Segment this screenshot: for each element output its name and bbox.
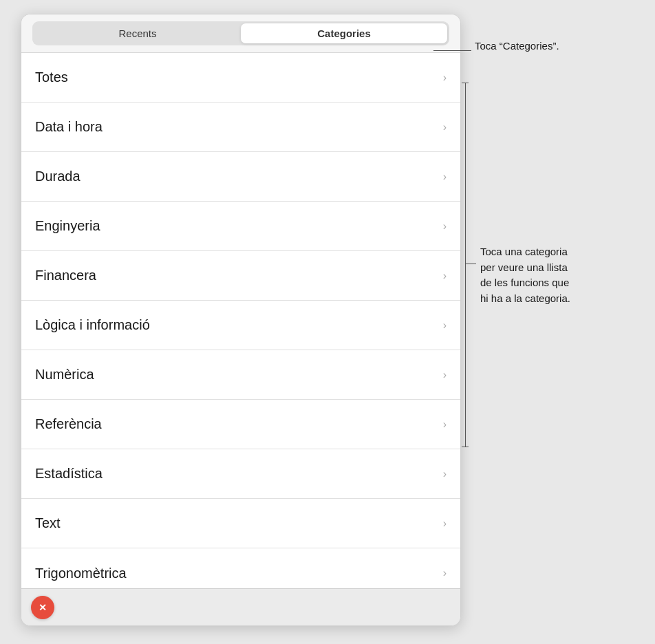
chevron-right-icon: › (443, 369, 447, 381)
list-item[interactable]: Estadística› (21, 449, 460, 499)
annotation-area: Toca “Categories”. Toca una categoria pe… (468, 14, 647, 626)
category-label: Durada (35, 169, 80, 184)
list-item[interactable]: Referència› (21, 400, 460, 449)
annotation-right-hline (465, 264, 476, 264)
annotation-top-text: Toca “Categories”. (475, 40, 559, 52)
close-icon: ✕ (39, 602, 47, 613)
chevron-right-icon: › (443, 468, 447, 480)
annotation-right-vline (465, 83, 466, 447)
chevron-right-icon: › (443, 220, 447, 233)
list-item[interactable]: Enginyeria› (21, 202, 460, 251)
chevron-right-icon: › (443, 567, 447, 579)
list-item[interactable]: Durada› (21, 152, 460, 202)
list-item[interactable]: Trigonomètrica› (21, 548, 460, 588)
category-label: Referència (35, 416, 102, 432)
annotation-right-text: Toca una categoria per veure una llista … (480, 244, 570, 306)
tab-recents[interactable]: Recents (34, 23, 241, 43)
page-wrapper: Recents Categories Totes›Data i hora›Dur… (0, 0, 655, 644)
category-label: Data i hora (35, 119, 103, 135)
bottom-bar: ✕ (21, 588, 460, 625)
chevron-right-icon: › (443, 72, 447, 84)
tab-bar: Recents Categories (21, 14, 460, 45)
chevron-right-icon: › (443, 270, 447, 282)
list-item[interactable]: Data i hora› (21, 103, 460, 152)
annotation-tick-bottom (462, 447, 469, 447)
category-list: Totes›Data i hora›Durada›Enginyeria›Fina… (21, 53, 460, 588)
annotation-tick-top (462, 83, 469, 83)
category-label: Estadística (35, 466, 103, 482)
chevron-right-icon: › (443, 517, 447, 530)
chevron-right-icon: › (443, 121, 447, 133)
panel: Recents Categories Totes›Data i hora›Dur… (21, 14, 461, 626)
category-label: Totes (35, 69, 68, 85)
chevron-right-icon: › (443, 418, 447, 431)
list-item[interactable]: Financera› (21, 251, 460, 301)
tab-categories[interactable]: Categories (241, 23, 447, 43)
chevron-right-icon: › (443, 171, 447, 183)
tab-segment: Recents Categories (32, 21, 449, 45)
category-label: Numèrica (35, 367, 94, 383)
chevron-right-icon: › (443, 319, 447, 332)
category-label: Trigonomètrica (35, 566, 127, 581)
category-label: Text (35, 515, 61, 531)
list-item[interactable]: Text› (21, 499, 460, 548)
list-item[interactable]: Numèrica› (21, 350, 460, 400)
category-label: Lògica i informació (35, 317, 150, 333)
annotation-top-line (433, 50, 471, 51)
category-label: Financera (35, 268, 96, 283)
list-item[interactable]: Lògica i informació› (21, 301, 460, 350)
list-item[interactable]: Totes› (21, 53, 460, 103)
category-label: Enginyeria (35, 218, 100, 234)
close-button[interactable]: ✕ (31, 596, 54, 619)
